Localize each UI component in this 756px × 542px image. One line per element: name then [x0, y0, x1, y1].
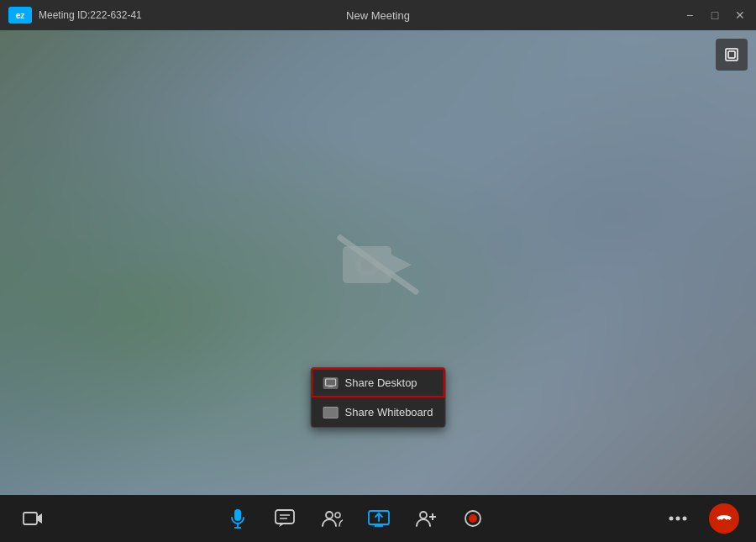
svg-point-23: [420, 512, 427, 518]
svg-point-27: [469, 514, 477, 523]
svg-rect-6: [728, 51, 735, 58]
mic-button[interactable]: [222, 503, 254, 534]
titlebar-title: New Meeting: [346, 9, 410, 22]
svg-marker-3: [391, 255, 412, 275]
toolbar: [0, 495, 756, 542]
titlebar-controls: − □ ✕: [682, 8, 748, 23]
svg-point-30: [683, 517, 687, 521]
svg-rect-7: [326, 379, 336, 386]
chat-button[interactable]: [269, 503, 301, 534]
share-menu: Share Desktop Share Whiteboard: [311, 367, 446, 428]
share-desktop-label: Share Desktop: [345, 376, 417, 389]
end-call-button[interactable]: [709, 503, 739, 534]
svg-point-29: [676, 517, 680, 521]
svg-point-19: [335, 513, 340, 518]
add-participant-button[interactable]: [410, 503, 442, 534]
titlebar: ez Meeting ID:222-632-41 New Meeting − □…: [0, 0, 756, 30]
svg-rect-15: [276, 510, 294, 524]
share-screen-button[interactable]: [363, 503, 395, 534]
share-desktop-icon: [323, 377, 339, 389]
share-whiteboard-icon: [323, 407, 339, 418]
camera-off-icon: [336, 231, 420, 302]
toolbar-center: [222, 503, 489, 534]
svg-point-28: [669, 517, 674, 521]
svg-marker-11: [37, 513, 42, 524]
toolbar-left: [17, 503, 49, 534]
share-whiteboard-label: Share Whiteboard: [345, 406, 433, 418]
meeting-id: Meeting ID:222-632-41: [39, 9, 142, 21]
svg-rect-5: [726, 49, 738, 61]
participants-button[interactable]: [316, 503, 348, 534]
expand-button[interactable]: [716, 39, 748, 71]
svg-rect-12: [234, 509, 241, 521]
svg-rect-10: [24, 513, 37, 524]
minimize-button[interactable]: −: [682, 8, 697, 23]
share-desktop-item[interactable]: Share Desktop: [312, 368, 445, 397]
app-logo: ez: [8, 7, 32, 24]
titlebar-left: ez Meeting ID:222-632-41: [8, 7, 142, 24]
more-button[interactable]: [662, 503, 694, 534]
svg-point-18: [326, 512, 333, 518]
toolbar-right: [662, 503, 739, 534]
video-area: Share Desktop Share Whiteboard: [0, 30, 756, 502]
record-button[interactable]: [457, 503, 489, 534]
maximize-button[interactable]: □: [707, 8, 722, 23]
camera-button[interactable]: [17, 503, 49, 534]
share-whiteboard-item[interactable]: Share Whiteboard: [312, 397, 445, 427]
close-button[interactable]: ✕: [732, 8, 748, 23]
